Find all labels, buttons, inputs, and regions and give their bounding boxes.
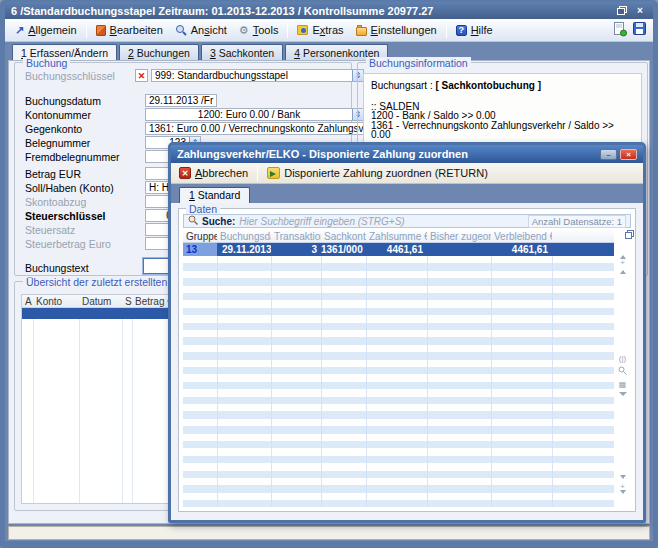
kontonummer-label: Kontonummer	[25, 109, 91, 121]
scroll-next-icon[interactable]	[620, 475, 626, 479]
scroll-first-icon[interactable]	[620, 246, 626, 255]
settings-folder-icon	[356, 27, 367, 36]
steuerbetrag-label: Steuerbetrag Euro	[25, 238, 111, 250]
assign-icon	[267, 167, 280, 179]
column-header-verbleibend[interactable]: Verbleibend €	[491, 231, 552, 242]
sollhaben-label: Soll/Haben (Konto)	[25, 182, 114, 194]
search-bar[interactable]: Suche: Hier Suchbegriff eingeben (STRG+S…	[183, 214, 631, 228]
buchungsdatum-label: Buchungsdatum	[25, 95, 101, 107]
scroll-up-icon[interactable]: +	[620, 258, 625, 267]
column-divider	[132, 319, 133, 503]
dialog-title: Zahlungsverkehr/ELKO - Disponierte Zahlu…	[177, 148, 597, 160]
rollup-icon[interactable]: –	[600, 149, 617, 160]
search-icon	[188, 215, 198, 227]
buchungsdatum-combo[interactable]: 29.11.2013 /Fr ⇕	[145, 94, 217, 107]
column-divider	[427, 256, 428, 507]
cell-gruppe: 13	[183, 243, 217, 256]
column-header-zahlsumme[interactable]: Zahlsumme €	[366, 231, 427, 242]
menu-einstellungen[interactable]: Einstellungen	[350, 22, 443, 38]
column-divider	[491, 256, 492, 507]
column-size-icon[interactable]: (|)	[619, 354, 626, 363]
menu-allgemein[interactable]: ↗ Allgemein	[9, 22, 83, 39]
search-placeholder: Hier Suchbegriff eingeben (STRG+S)	[239, 216, 404, 227]
column-header-transaktion[interactable]: Transaktion	[271, 231, 321, 242]
buchungsschluessel-label: Buchungsschlüssel	[25, 70, 115, 82]
menu-tools[interactable]: ⚙ Tools	[233, 22, 285, 39]
record-count: Anzahl Datensätze: 1	[528, 215, 626, 228]
view-magnifier-icon	[175, 24, 187, 36]
column-header-gruppe[interactable]: Gruppe	[183, 231, 217, 242]
steuerschluessel-label: Steuerschlüssel	[25, 210, 106, 222]
allgemein-icon: ↗	[15, 24, 24, 37]
belegnummer-label: Belegnummer	[25, 137, 90, 149]
cell-buchungsdatum: 29.11.2013 /Fr	[217, 244, 271, 255]
menu-separator	[287, 23, 288, 38]
clear-buchungsschluessel-button[interactable]: ✕	[135, 69, 148, 82]
column-header-bisher[interactable]: Bisher zugeordnet	[427, 231, 491, 242]
dialog-toolbar: ✕ Abbrechen Disponierte Zahlung zuordnen…	[171, 163, 643, 184]
buchungsart-label: Buchungsart :	[371, 80, 435, 91]
menu-extras[interactable]: Extras	[291, 22, 349, 38]
toolbar-separator	[257, 166, 258, 181]
gegenkonto-label: Gegenkonto	[25, 123, 82, 135]
dropdown-icon[interactable]: ⇕	[216, 95, 217, 106]
menu-bearbeiten[interactable]: Bearbeiten	[90, 22, 169, 38]
new-document-icon[interactable]	[613, 22, 627, 39]
close-icon[interactable]: ×	[633, 5, 647, 17]
chart-icon[interactable]: ▦	[619, 380, 627, 389]
column-header-buchungsdatum[interactable]: Buchungsdatum	[217, 231, 271, 242]
extras-icon	[297, 25, 308, 35]
column-header[interactable]: Datum	[79, 296, 122, 307]
column-divider	[271, 256, 272, 507]
betrag-label: Betrag EUR	[25, 168, 81, 180]
column-divider	[217, 256, 218, 507]
cancel-x-icon: ✕	[179, 167, 191, 179]
menubar-right-icons	[613, 22, 649, 39]
table-row[interactable]: 13 29.11.2013 /Fr 3 1361/000 4461,61 446…	[183, 243, 614, 256]
buchungsschluessel-combo[interactable]: 999: Standardbuchungsstapel ⇕	[151, 69, 364, 82]
save-icon[interactable]	[633, 22, 647, 39]
skontoabzug-label: Skontoabzug	[25, 196, 86, 208]
column-header[interactable]: A	[22, 296, 33, 307]
menu-separator	[446, 23, 447, 38]
menu-ansicht[interactable]: Ansicht	[169, 22, 233, 38]
titlebar: 6 /Standardbuchungsstapel Zeitraum: 01.2…	[5, 2, 653, 19]
scroll-last-icon[interactable]	[620, 494, 626, 503]
gear-icon: ⚙	[239, 24, 249, 37]
saldo-1361-line: 1361 - Verrechnungskonto Zahlungsverkehr…	[371, 121, 634, 140]
zahlung-zuordnen-dialog: Zahlungsverkehr/ELKO - Disponierte Zahlu…	[168, 142, 646, 523]
table-nav-strip: + (|) ▦ +	[614, 230, 631, 507]
cell-verbleibend: 4461,61	[491, 244, 552, 255]
status-bar	[8, 526, 650, 540]
help-icon: ?	[456, 25, 467, 36]
dialog-titlebar: Zahlungsverkehr/ELKO - Disponierte Zahlu…	[171, 145, 643, 163]
zuordnen-button[interactable]: Disponierte Zahlung zuordnen (RETURN)	[263, 166, 492, 180]
search-small-icon[interactable]	[618, 366, 627, 377]
tab-sachkonten[interactable]: 3 Sachkonten	[201, 44, 283, 60]
dialog-close-icon[interactable]: ×	[620, 149, 637, 160]
menu-bar: ↗ Allgemein Bearbeiten Ansicht ⚙ Tools E…	[5, 19, 653, 42]
tab-buchungen[interactable]: 2 Buchungen	[119, 44, 199, 60]
column-header[interactable]: Konto	[33, 296, 79, 307]
copy-grid-icon[interactable]	[625, 232, 632, 239]
dialog-tabband: 1 Standard	[171, 184, 643, 203]
gegenkonto-combo[interactable]: 1361: Euro 0.00 / Verrechnungskonto Zahl…	[145, 122, 364, 135]
menu-hilfe[interactable]: ? Hilfe	[450, 22, 499, 38]
column-divider	[552, 256, 553, 507]
column-divider	[33, 319, 34, 503]
tab-standard[interactable]: 1 Standard	[179, 187, 250, 203]
buchungsart-value: [ Sachkontobuchung ]	[435, 80, 541, 91]
scroll-prev-icon[interactable]	[620, 270, 626, 274]
kontonummer-combo[interactable]: 1200: Euro 0.00 / Bank ⇕	[145, 108, 364, 121]
dialog-content: Daten Suche: Hier Suchbegriff eingeben (…	[171, 203, 643, 520]
column-header-sachkonto[interactable]: Sachkonto	[321, 231, 366, 242]
restore-icon[interactable]	[615, 5, 629, 17]
column-divider	[321, 256, 322, 507]
column-header[interactable]: S	[122, 296, 132, 307]
column-divider	[122, 319, 123, 503]
abbrechen-button[interactable]: ✕ Abbrechen	[175, 166, 252, 180]
daten-groupbox: Daten Suche: Hier Suchbegriff eingeben (…	[178, 208, 636, 512]
search-label: Suche:	[202, 216, 235, 227]
filter-icon[interactable]	[619, 392, 627, 396]
cell-transaktion: 3	[271, 244, 321, 255]
